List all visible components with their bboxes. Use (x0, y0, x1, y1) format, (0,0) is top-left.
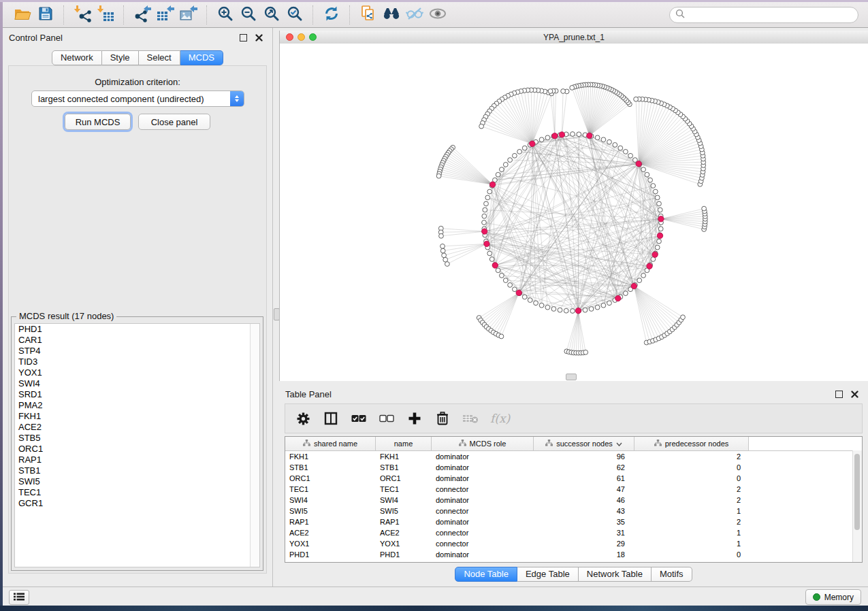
close-panel-button[interactable]: Close panel (138, 114, 210, 130)
tab-edge-table[interactable]: Edge Table (517, 567, 579, 582)
column-header-successor-nodes[interactable]: successor nodes (534, 437, 634, 450)
export-network-button[interactable] (131, 5, 154, 25)
criterion-select[interactable]: largest connected component (undirected) (31, 90, 244, 107)
table-row-ORC1[interactable]: ORC1ORC1dominator610 (285, 473, 862, 484)
import-network-button[interactable] (71, 5, 94, 25)
table-row-STB1[interactable]: STB1STB1dominator620 (285, 462, 862, 473)
cell-shared-name: TEC1 (285, 485, 376, 493)
tab-mcds[interactable]: MCDS (180, 50, 223, 65)
mcds-result-item[interactable]: GCR1 (15, 498, 259, 509)
search-input[interactable] (688, 10, 858, 20)
mcds-result-item[interactable]: RAP1 (15, 455, 259, 465)
zoom-selected-icon (287, 5, 303, 24)
save-session-button[interactable] (34, 5, 57, 25)
column-type-icon (545, 440, 553, 448)
tab-network-table[interactable]: Network Table (579, 567, 652, 582)
table-row-SWI5[interactable]: SWI5SWI5connector431 (285, 506, 862, 516)
table-row-YOX1[interactable]: YOX1YOX1connector291 (285, 538, 862, 549)
zoom-fit-button[interactable] (260, 5, 283, 25)
search-field[interactable] (669, 7, 858, 23)
add-column-plus-icon[interactable] (406, 410, 423, 427)
zoom-in-button[interactable] (214, 5, 237, 25)
table-row-ACE2[interactable]: ACE2ACE2connector311 (285, 527, 862, 538)
network-canvas[interactable] (280, 44, 868, 381)
cell-shared-name: FKH1 (285, 452, 376, 461)
mcds-result-item[interactable]: SWI4 (15, 378, 259, 389)
export-table-button[interactable] (154, 5, 177, 25)
mcds-result-item[interactable]: TID3 (15, 357, 259, 367)
mcds-result-title: MCDS result (17 nodes) (16, 311, 116, 321)
horizontal-splitter-handle[interactable] (566, 374, 577, 380)
network-window: YPA_prune.txt_1 (279, 31, 868, 381)
mcds-result-item[interactable]: FKH1 (15, 411, 259, 422)
deselect-all-checkboxes-icon[interactable] (379, 410, 395, 427)
table-settings-gear-icon[interactable] (295, 410, 311, 427)
show-panels-button[interactable] (9, 590, 29, 605)
refresh-button[interactable] (320, 5, 343, 25)
show-columns-icon[interactable] (323, 410, 339, 427)
mcds-result-item[interactable]: YOX1 (15, 367, 259, 378)
column-header-shared-name[interactable]: shared name (285, 437, 376, 450)
zoom-selected-button[interactable] (283, 5, 306, 25)
mcds-result-item[interactable]: STB1 (15, 465, 259, 476)
cell-name: ACE2 (376, 529, 432, 537)
table-row-PHD1[interactable]: PHD1PHD1dominator180 (285, 549, 862, 560)
toolbar-separator (123, 5, 125, 24)
network-window-titlebar[interactable]: YPA_prune.txt_1 (280, 31, 868, 44)
mcds-result-item[interactable]: TEC1 (15, 487, 259, 498)
cell-successor-nodes: 46 (534, 496, 634, 504)
mcds-result-item[interactable]: PMA2 (15, 400, 259, 411)
close-panel-icon[interactable] (255, 33, 263, 42)
mcds-result-item[interactable]: PHD1 (15, 324, 259, 335)
network-view-title: YPA_prune.txt_1 (280, 33, 868, 42)
mcds-result-item[interactable]: CAR1 (15, 335, 259, 346)
delete-column-trash-icon[interactable] (434, 410, 451, 427)
cell-shared-name: SWI4 (285, 496, 376, 504)
select-all-checkboxes-icon[interactable] (351, 410, 367, 427)
column-header-MCDS-role[interactable]: MCDS role (432, 437, 534, 450)
float-panel-icon[interactable] (239, 33, 248, 42)
table-row-TEC1[interactable]: TEC1TEC1connector472 (285, 484, 862, 495)
export-table-icon (156, 5, 175, 25)
tab-network[interactable]: Network (52, 50, 102, 65)
memory-status-dot (813, 593, 820, 601)
tab-style[interactable]: Style (102, 50, 139, 65)
mcds-result-item[interactable]: SWI5 (15, 476, 259, 487)
zoom-out-button[interactable] (237, 5, 260, 25)
tab-node-table[interactable]: Node Table (455, 567, 517, 582)
list-icon (14, 591, 25, 604)
mcds-result-item[interactable]: STP4 (15, 346, 259, 357)
cell-predecessor-nodes: 1 (634, 529, 749, 537)
tab-motifs[interactable]: Motifs (652, 567, 692, 582)
open-file-button[interactable] (11, 5, 34, 25)
table-scrollbar-thumb[interactable] (854, 454, 860, 530)
mcds-result-item[interactable]: ACE2 (15, 422, 259, 433)
tab-select[interactable]: Select (139, 50, 180, 65)
table-row-FKH1[interactable]: FKH1FKH1dominator962 (285, 451, 862, 462)
column-header-predecessor-nodes[interactable]: predecessor nodes (634, 437, 749, 450)
mcds-result-item[interactable]: SRD1 (15, 389, 259, 400)
mcds-list-scrollbar[interactable] (250, 324, 259, 567)
copy-network-button[interactable] (357, 5, 380, 25)
cell-mcds-role: connector (432, 485, 534, 493)
import-table-button[interactable] (94, 5, 117, 25)
table-row-RAP1[interactable]: RAP1RAP1dominator352 (285, 516, 862, 527)
cell-mcds-role: dominator (432, 452, 534, 461)
mcds-result-item[interactable]: ORC1 (15, 444, 259, 455)
run-mcds-button[interactable]: Run MCDS (65, 114, 131, 130)
show-eye-button[interactable] (426, 5, 449, 25)
search-binoculars-button[interactable] (380, 5, 403, 25)
table-scrollbar[interactable] (852, 450, 862, 562)
memory-button[interactable]: Memory (805, 589, 861, 605)
export-image-button[interactable] (177, 5, 200, 25)
node-table: shared namenameMCDS rolesuccessor nodesp… (285, 436, 863, 563)
column-header-name[interactable]: name (376, 437, 432, 450)
cell-mcds-role: connector (432, 507, 534, 515)
close-table-panel-icon[interactable] (850, 390, 859, 398)
float-table-panel-icon[interactable] (835, 390, 843, 398)
network-graph[interactable] (280, 44, 868, 381)
hide-glasses-button[interactable] (403, 5, 426, 25)
table-panel: Table Panel f(x) shared namenameM (279, 384, 868, 587)
mcds-result-item[interactable]: STB5 (15, 433, 259, 444)
table-row-SWI4[interactable]: SWI4SWI4dominator462 (285, 495, 862, 506)
